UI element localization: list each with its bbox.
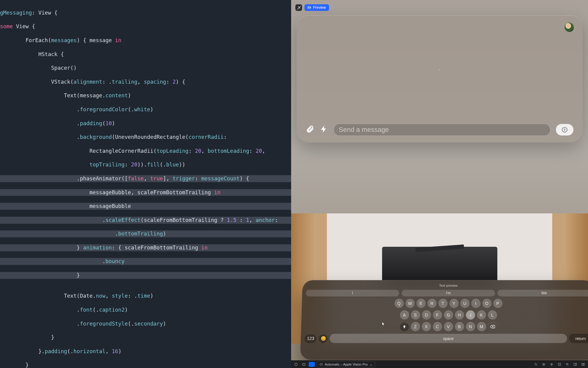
space-key[interactable]: space <box>330 334 567 343</box>
preview-label: Preview <box>313 5 326 10</box>
t: padding <box>45 348 67 354</box>
t: bouncy <box>106 258 125 264</box>
zoom-100-icon[interactable] <box>556 362 563 367</box>
svg-point-8 <box>535 363 536 365</box>
t: : <box>189 148 195 154</box>
key-i[interactable]: I <box>471 299 480 308</box>
key-t[interactable]: T <box>438 299 447 308</box>
return-key[interactable]: return <box>569 334 588 343</box>
t: trigger <box>173 176 195 182</box>
device-icon[interactable] <box>301 362 307 367</box>
svg-point-7 <box>320 363 323 365</box>
key-o[interactable]: O <box>482 299 491 308</box>
t: : <box>195 176 201 182</box>
home-indicator-icon[interactable] <box>293 362 299 367</box>
key-d[interactable]: D <box>422 310 431 319</box>
numbers-key[interactable]: 123 <box>304 334 317 343</box>
inspect-icon[interactable] <box>533 362 539 367</box>
t: VStack( <box>0 79 73 85</box>
chevron-down-icon: ⌄ <box>438 67 441 71</box>
key-r[interactable]: R <box>427 299 436 308</box>
t: 10 <box>106 120 112 126</box>
svg-point-5 <box>295 363 297 366</box>
t: style <box>112 293 128 299</box>
t: ) { message <box>77 37 115 43</box>
svg-line-9 <box>536 365 537 366</box>
message-window: ⌄ Send a message <box>297 15 583 142</box>
key-x[interactable]: X <box>422 322 431 331</box>
settings-icon[interactable] <box>580 362 586 367</box>
t: content <box>106 92 128 99</box>
t: ) <box>163 231 166 237</box>
key-a[interactable]: A <box>400 310 409 319</box>
preview-button[interactable]: Preview <box>304 4 329 11</box>
pin-button[interactable] <box>295 4 302 11</box>
t: 1.5 <box>227 217 237 223</box>
zoom-fit-icon[interactable] <box>541 362 547 367</box>
scheme-dropdown[interactable]: Automatic – Apple Vision Pro ⌄ <box>317 361 375 367</box>
key-w[interactable]: W <box>405 299 415 308</box>
svg-line-17 <box>568 365 569 366</box>
bolt-icon[interactable] <box>320 125 328 135</box>
t <box>0 162 89 168</box>
key-c[interactable]: C <box>433 322 442 331</box>
key-p[interactable]: P <box>493 299 502 308</box>
message-input[interactable]: Send a message <box>334 124 550 136</box>
send-button[interactable] <box>556 124 573 135</box>
chevron-down-icon: ⌄ <box>370 363 372 366</box>
t: : <box>125 162 131 168</box>
key-m[interactable]: M <box>477 322 486 331</box>
key-q[interactable]: Q <box>394 299 403 308</box>
t: ) <box>128 92 131 99</box>
t: . <box>0 106 80 112</box>
t: View { <box>13 23 35 29</box>
layout-icon[interactable] <box>572 362 578 367</box>
key-b[interactable]: B <box>455 322 464 331</box>
shift-key[interactable] <box>400 322 409 331</box>
key-k[interactable]: K <box>477 310 486 319</box>
t: now <box>96 293 106 299</box>
t: ) <box>112 120 115 126</box>
preview-canvas[interactable]: Preview ⌄ Send a message Text preview I … <box>291 0 588 368</box>
preview-toolbar: Preview <box>295 4 329 11</box>
t: (. <box>160 162 166 168</box>
paperclip-icon[interactable] <box>306 125 314 135</box>
t: 2 <box>173 79 176 85</box>
t: )) <box>179 162 185 168</box>
code-editor[interactable]: gMessaging: View { some View { ForEach(m… <box>0 0 291 368</box>
t: caption2 <box>99 307 125 313</box>
key-e[interactable]: E <box>416 299 425 308</box>
live-button[interactable] <box>309 362 315 367</box>
zoom-out-icon[interactable] <box>564 362 570 367</box>
t: : <box>166 79 173 85</box>
key-f[interactable]: F <box>433 310 442 319</box>
key-g[interactable]: G <box>444 310 453 319</box>
emoji-key[interactable]: 😊 <box>318 334 328 343</box>
key-y[interactable]: Y <box>449 299 459 308</box>
t: }. <box>0 348 45 354</box>
avatar[interactable] <box>564 22 574 32</box>
t: Spacer() <box>0 65 77 71</box>
virtual-keyboard[interactable]: Text preview I I'm We QWERTYUIOP ASDFGHJ… <box>300 280 588 360</box>
t: . <box>0 258 106 264</box>
move-icon[interactable] <box>549 362 555 367</box>
key-u[interactable]: U <box>460 299 469 308</box>
t: 20 <box>131 162 137 168</box>
key-j[interactable]: J <box>466 310 475 319</box>
key-z[interactable]: Z <box>411 322 420 331</box>
t: messageBubble <box>0 203 131 209</box>
key-n[interactable]: N <box>466 322 475 331</box>
key-l[interactable]: L <box>488 310 497 319</box>
key-v[interactable]: V <box>444 322 453 331</box>
suggestion[interactable]: I'm <box>402 290 495 296</box>
t: RectangleCornerRadii( <box>0 148 156 154</box>
t: phaseAnimator <box>80 176 121 182</box>
delete-key[interactable] <box>488 322 497 331</box>
suggestion[interactable]: We <box>497 290 588 296</box>
suggestion[interactable]: I <box>306 290 399 296</box>
key-s[interactable]: S <box>411 310 420 319</box>
t: white <box>134 106 150 112</box>
t: : . <box>102 79 112 85</box>
key-h[interactable]: H <box>455 310 464 319</box>
t: some <box>0 23 13 29</box>
